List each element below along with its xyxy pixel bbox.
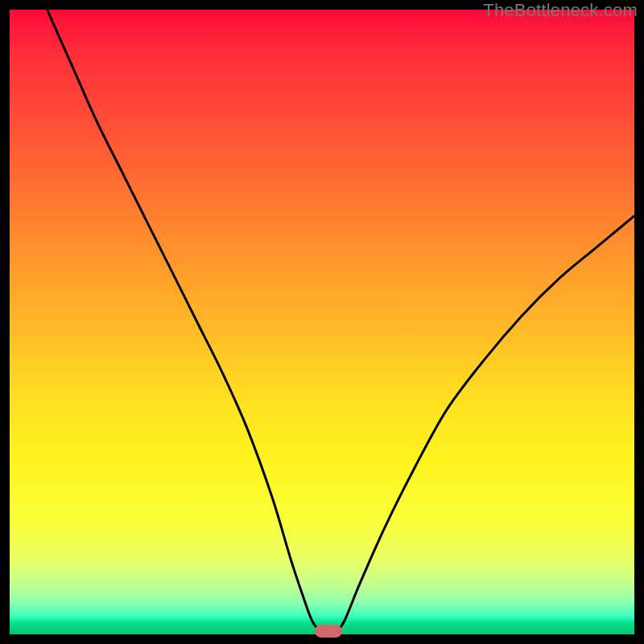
chart-frame [10,10,634,634]
attribution-text: TheBottleneck.com [483,0,638,21]
curve-path [47,10,634,633]
optimal-marker [315,625,342,638]
bottleneck-curve [10,10,634,634]
